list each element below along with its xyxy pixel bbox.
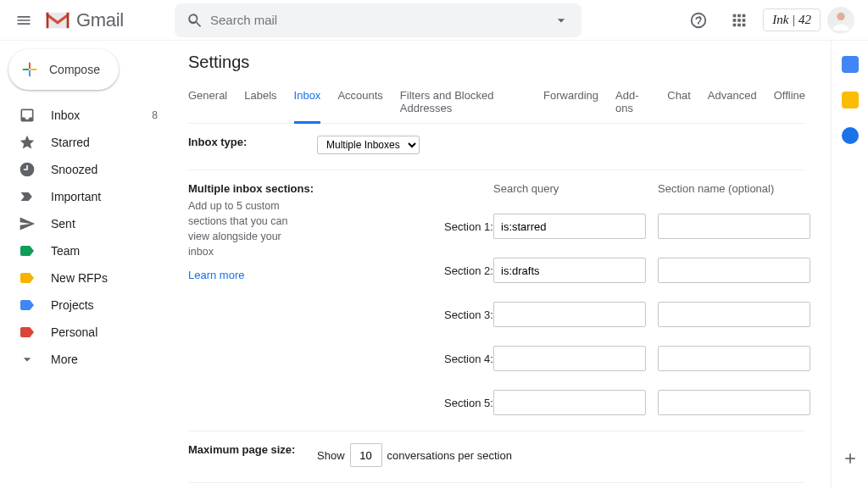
- section-1-name-input[interactable]: [658, 214, 810, 239]
- help-icon: [689, 11, 708, 30]
- section-row-label: Section 5:: [444, 397, 493, 409]
- multiple-inbox-subtext: Add up to 5 custom sections that you can…: [188, 198, 307, 260]
- side-panel: [831, 41, 868, 489]
- search-input[interactable]: [210, 13, 546, 27]
- section-4-name-input[interactable]: [658, 346, 810, 371]
- star-icon: [19, 134, 36, 151]
- sidebar-item-label: Projects: [51, 298, 158, 312]
- hamburger-icon: [15, 12, 32, 29]
- important-icon: [19, 188, 36, 205]
- sidebar-item-new-rfps[interactable]: New RFPs: [0, 264, 171, 292]
- clock-icon: [19, 161, 36, 178]
- tab-forwarding[interactable]: Forwarding: [543, 84, 598, 123]
- max-page-size-input[interactable]: [350, 443, 382, 467]
- inbox-type-row: Inbox type: Multiple Inboxes: [188, 124, 805, 170]
- section-row-label: Section 1:: [444, 220, 493, 233]
- sidebar-item-sent[interactable]: Sent: [0, 210, 171, 237]
- section-3-name-input[interactable]: [658, 302, 810, 327]
- gmail-logo-icon: [44, 10, 71, 31]
- sidebar-item-important[interactable]: Important: [0, 183, 171, 210]
- multiple-inbox-sections-row: Multiple inbox sections: Add up to 5 cus…: [188, 170, 805, 431]
- section-4-query-input[interactable]: [493, 346, 646, 371]
- keep-icon[interactable]: [842, 92, 859, 108]
- column-header-section-name: Section name (optional): [658, 182, 812, 195]
- section-2-query-input[interactable]: [493, 258, 646, 283]
- section-row-label: Section 2:: [444, 264, 493, 277]
- sidebar-item-personal[interactable]: Personal: [0, 319, 171, 346]
- section-1-query-input[interactable]: [493, 214, 646, 239]
- label-icon: [19, 270, 36, 286]
- search-options-dropdown[interactable]: [546, 5, 576, 36]
- tab-offline[interactable]: Offline: [774, 84, 805, 123]
- svg-point-0: [837, 12, 844, 19]
- gmail-logo[interactable]: Gmail: [44, 9, 171, 31]
- sidebar-item-label: Team: [51, 244, 158, 258]
- hamburger-menu-button[interactable]: [7, 3, 41, 37]
- page-title: Settings: [188, 53, 805, 72]
- inbox-type-select[interactable]: Multiple Inboxes: [317, 136, 420, 154]
- sidebar-item-label: Starred: [51, 136, 158, 149]
- sidebar-item-more[interactable]: More: [0, 346, 171, 373]
- account-avatar[interactable]: [827, 7, 854, 34]
- sidebar: Compose Inbox8StarredSnoozedImportantSen…: [0, 41, 171, 489]
- tab-add-ons[interactable]: Add-ons: [615, 84, 650, 123]
- sidebar-item-label: Personal: [51, 325, 158, 339]
- sidebar-item-label: New RFPs: [51, 271, 158, 285]
- section-5-name-input[interactable]: [658, 390, 810, 415]
- sent-icon: [19, 215, 36, 232]
- sidebar-item-snoozed[interactable]: Snoozed: [0, 156, 171, 183]
- chevron-down-icon: [553, 12, 570, 29]
- tab-chat[interactable]: Chat: [667, 84, 690, 123]
- search-icon[interactable]: [180, 5, 210, 36]
- compose-button[interactable]: Compose: [8, 49, 119, 90]
- tab-advanced[interactable]: Advanced: [708, 84, 757, 123]
- get-addons-button[interactable]: [835, 443, 865, 474]
- plus-icon: [20, 60, 39, 79]
- avatar-icon: [829, 8, 853, 32]
- calendar-icon[interactable]: [842, 56, 859, 73]
- gmail-logo-text: Gmail: [76, 9, 124, 31]
- workspace-brand[interactable]: Ink | 42: [763, 8, 821, 31]
- section-5-query-input[interactable]: [493, 390, 646, 415]
- tab-inbox[interactable]: Inbox: [294, 84, 321, 124]
- settings-tabs: GeneralLabelsInboxAccountsFilters and Bl…: [188, 84, 805, 124]
- sidebar-item-starred[interactable]: Starred: [0, 129, 171, 156]
- max-page-show-text: Show: [317, 449, 345, 462]
- multiple-inbox-sections-label: Multiple inbox sections:: [188, 182, 317, 195]
- apps-grid-icon: [730, 11, 748, 30]
- section-row-label: Section 3:: [444, 308, 493, 321]
- sidebar-item-label: Inbox: [51, 108, 136, 122]
- inbox-icon: [19, 107, 36, 124]
- compose-label: Compose: [49, 63, 100, 76]
- section-3-query-input[interactable]: [493, 302, 646, 327]
- apps-button[interactable]: [722, 3, 756, 37]
- plus-icon: [842, 450, 859, 467]
- column-header-search-query: Search query: [493, 182, 648, 195]
- sidebar-item-count: 8: [152, 109, 158, 121]
- sidebar-item-label: More: [51, 353, 158, 366]
- learn-more-link[interactable]: Learn more: [188, 269, 244, 281]
- label-icon: [19, 324, 36, 341]
- settings-main: Settings GeneralLabelsInboxAccountsFilte…: [171, 41, 831, 489]
- sidebar-item-label: Important: [51, 190, 158, 203]
- search-bar[interactable]: [175, 3, 581, 37]
- more-icon: [19, 351, 36, 368]
- sidebar-item-label: Sent: [51, 217, 158, 231]
- tab-labels[interactable]: Labels: [244, 84, 276, 123]
- multiple-inbox-position-row: Multiple inbox position: Right of inboxA…: [188, 483, 805, 489]
- sidebar-item-team[interactable]: Team: [0, 237, 171, 264]
- sidebar-item-projects[interactable]: Projects: [0, 292, 171, 319]
- tab-accounts[interactable]: Accounts: [337, 84, 382, 123]
- sidebar-item-label: Snoozed: [51, 163, 158, 176]
- section-row-label: Section 4:: [444, 353, 493, 365]
- maximum-page-size-row: Maximum page size: Show conversations pe…: [188, 431, 805, 483]
- header: Gmail Ink | 42: [0, 0, 868, 41]
- label-icon: [19, 242, 36, 259]
- sections-grid: Search querySection name (optional)Secti…: [317, 182, 812, 415]
- tab-general[interactable]: General: [188, 84, 227, 123]
- support-button[interactable]: [682, 3, 715, 37]
- tasks-icon[interactable]: [842, 127, 859, 144]
- sidebar-item-inbox[interactable]: Inbox8: [0, 102, 171, 129]
- tab-filters-and-blocked-addresses[interactable]: Filters and Blocked Addresses: [400, 84, 526, 123]
- section-2-name-input[interactable]: [658, 258, 810, 283]
